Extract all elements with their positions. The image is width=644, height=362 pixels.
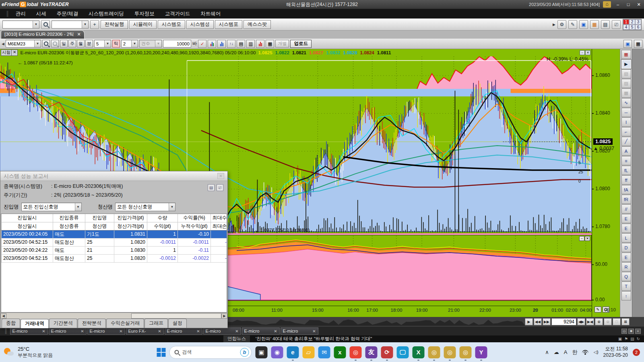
exit-filter-combo[interactable]: 모든 청산신호명▼ (115, 203, 175, 211)
tick-button[interactable]: 틱 (112, 40, 120, 47)
trade-row[interactable]: 2023/05/20 00:24:22매도21 1.08301 -0.11 (2, 246, 227, 254)
ticker-doc-icon[interactable]: ▤ (630, 337, 634, 341)
trade-row[interactable]: 2023/05/20 04:52:15매도청산25 1.0820-0.0012 … (2, 254, 227, 262)
scroll-thumb[interactable] (131, 313, 221, 319)
screen-slot[interactable]: 3 (635, 19, 641, 25)
window-tab-close-icon[interactable]: ✕ (196, 329, 200, 333)
calendar-icon[interactable]: ▦ (634, 40, 642, 48)
wifi-icon[interactable] (582, 350, 588, 355)
ticker-refresh-icon[interactable]: ↻ (637, 337, 640, 341)
tabbar-settings-icon[interactable]: ✱ (628, 329, 634, 334)
dialog-tab[interactable]: 종합 (2, 319, 20, 328)
bar-position-input[interactable]: 9294 (551, 318, 576, 325)
new-document-icon[interactable]: ▤ (237, 40, 245, 48)
maximize-button[interactable]: □ (625, 2, 632, 8)
window-tab-close-icon[interactable]: ✕ (42, 329, 45, 333)
dialog-tab[interactable]: 그래프 (144, 319, 168, 328)
panel-close-icon[interactable]: ✕ (585, 50, 590, 55)
dialog-tab[interactable]: 설정 (168, 319, 187, 328)
ticker-headline[interactable]: '친한파' 40대 태국 총리후보 "하루빨리 한국과 협력 기대" (256, 336, 372, 342)
window-tab[interactable]: E-micro ✕ (242, 327, 280, 335)
onedrive-cloud-icon[interactable]: ☁ (554, 349, 559, 355)
menu-item[interactable]: 시스템트레이딩 (89, 10, 124, 17)
expand-arrow-icon[interactable]: ▶ (553, 23, 555, 27)
menu-item[interactable]: 주문/체결 (57, 10, 78, 17)
tool-layout-grid[interactable]: ▦ (621, 50, 631, 59)
menu-item[interactable]: 고객가이드 (165, 10, 190, 17)
chart-document-tab[interactable]: [3010] E-micro EUR-202306 - 2틱 ✕ (1, 30, 85, 39)
screen-slot[interactable]: 2 (629, 19, 635, 25)
tick-count-combo[interactable]: 2▼ (121, 40, 138, 47)
toolbar-button[interactable]: 시스템모 (158, 20, 185, 29)
dialog-close-icon[interactable]: ✕ (217, 173, 224, 179)
nav-last[interactable]: ▶▶ (543, 318, 551, 325)
taskbar-icon-excel[interactable]: X (413, 346, 425, 358)
toolbar-button[interactable]: 예스스팟 (244, 20, 271, 29)
toolbar-button[interactable]: 시뮬레이 (129, 20, 157, 29)
taskbar-icon-remote-desktop[interactable]: 🖵 (397, 346, 409, 358)
tool-formula-line[interactable]: fL (621, 166, 631, 175)
taskbar-icon-explorer[interactable]: ▱ (303, 346, 315, 358)
screen-slot[interactable]: 6 (635, 25, 641, 30)
symbol-search-icon[interactable] (42, 40, 50, 47)
screen-slot[interactable]: 5 (629, 25, 635, 30)
scroll-right-icon[interactable]: ▶ (221, 313, 227, 319)
tool-crosshair[interactable]: ▩ (621, 88, 631, 98)
speaker-icon[interactable]: ◁) (593, 350, 598, 355)
tool-elliott-wave-2[interactable]: E (621, 224, 631, 233)
tool-parallel-lines[interactable]: // (621, 204, 631, 214)
toolbar-button[interactable]: 전략실행 (101, 20, 128, 29)
upload-button[interactable]: 업로드 (290, 40, 312, 48)
tool-text-note[interactable]: T (621, 282, 631, 291)
menu-item[interactable]: 차트쉐어 (200, 10, 221, 17)
axis-pencil-icon[interactable]: ✎ (594, 306, 601, 313)
edit-pen-icon[interactable]: ✎ (568, 20, 577, 29)
ticker-monitor-icon[interactable]: ▣ (618, 337, 622, 341)
printer-icon[interactable]: ⎚ (612, 20, 621, 29)
nav-fit[interactable]: □ (613, 318, 621, 325)
window-tab-close-icon[interactable]: ✕ (119, 329, 122, 333)
tool-vertical-line[interactable]: I (621, 117, 631, 127)
tool-indicator[interactable]: ∿ (621, 98, 631, 107)
tool-formula-regression[interactable]: fR (621, 195, 631, 204)
window-tab-close-icon[interactable]: ✕ (274, 329, 277, 333)
toolbar-button[interactable]: 시스템포 (215, 20, 242, 29)
tool-text-tool[interactable]: A (621, 146, 631, 156)
bar-chart-icon-2[interactable] (217, 40, 226, 48)
taskbar-icon-efriend-1[interactable]: ◎ (428, 346, 440, 358)
settings-gear-icon[interactable]: ⚙ (557, 20, 566, 29)
tool-flag-marker[interactable]: ⌐ (621, 127, 631, 136)
nav-shrink[interactable]: ▶◀ (586, 318, 594, 325)
screenshot-camera-icon[interactable]: ▤ (601, 20, 610, 29)
nav-zoom-in[interactable]: ⊕ (595, 318, 603, 325)
tool-trend-line[interactable]: ╱ (621, 137, 631, 146)
report-print-icon[interactable]: ⎚ (217, 184, 223, 191)
nav-play[interactable]: ▶ (525, 318, 533, 325)
taskbar-icon-efriend-2[interactable]: ◎ (444, 346, 456, 358)
nav-expand[interactable]: ◀▶ (577, 318, 585, 325)
window-tab[interactable]: E-micro ✕ (87, 327, 125, 335)
period-button[interactable]: 주 (68, 40, 76, 47)
tray-chevron-icon[interactable]: ∧ (545, 349, 549, 355)
window-tab[interactable]: E-micro ✕ (203, 327, 241, 335)
ime-a-icon[interactable]: A (564, 349, 568, 355)
bar-count-input[interactable]: 10000 (163, 40, 191, 47)
mixed-chart-icon[interactable] (256, 40, 264, 48)
ime-korean-icon[interactable]: 한 (572, 349, 577, 356)
tool-arrow-up[interactable]: ↑ (621, 291, 631, 300)
sort-updown-icon[interactable]: ↑↓ (227, 40, 235, 48)
taskbar-icon-chat[interactable]: ◉ (271, 346, 283, 358)
menu-item[interactable]: 시세 (36, 10, 46, 17)
period-button[interactable]: 일 (60, 40, 68, 47)
tool-horizontal-line[interactable]: ─ (621, 108, 631, 117)
window-tab[interactable]: E-micro ✕ (165, 327, 202, 335)
taskbar-icon-edge[interactable]: e (287, 346, 299, 358)
window-tab[interactable]: E-micro ✕ (49, 327, 87, 335)
grid-icon[interactable]: ▦ (266, 40, 274, 48)
candle-chart-icon[interactable]: ✓ (198, 40, 206, 48)
color-grid-icon[interactable]: ▦ (590, 20, 599, 29)
tool-zoom-area[interactable]: ▧ (621, 69, 631, 78)
screen-icon[interactable]: ▣ (623, 40, 632, 48)
home-icon[interactable]: ⌂ (603, 1, 611, 8)
collapse-icon[interactable]: ◀ (2, 42, 4, 46)
